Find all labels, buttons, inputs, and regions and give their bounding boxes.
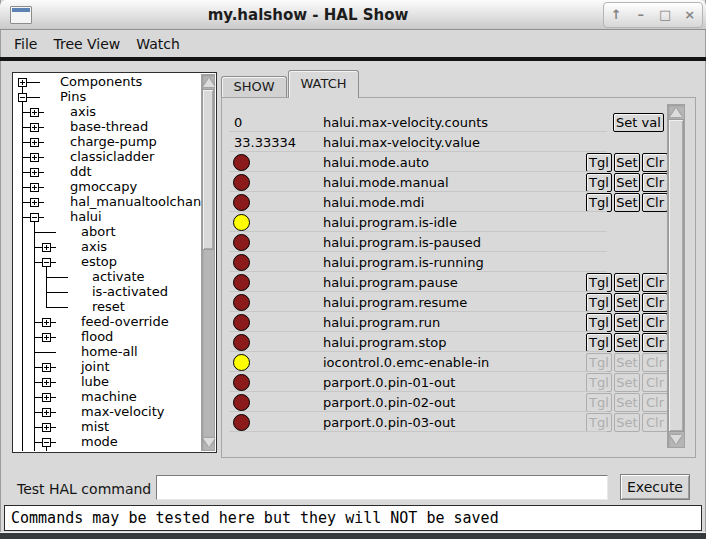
tree-scrollbar[interactable] bbox=[201, 74, 215, 451]
expander-minus-icon[interactable] bbox=[18, 93, 27, 102]
expander-plus-icon[interactable] bbox=[18, 78, 27, 87]
tree-item[interactable]: charge-pump bbox=[70, 134, 157, 149]
led-red-icon bbox=[233, 154, 250, 171]
tree-item[interactable]: halui bbox=[70, 209, 102, 224]
set-button[interactable]: Set bbox=[614, 333, 640, 352]
expander-plus-icon[interactable] bbox=[42, 408, 51, 417]
expander-plus-icon[interactable] bbox=[30, 198, 39, 207]
maximize-button[interactable]: □ bbox=[654, 3, 676, 27]
expander-plus-icon[interactable] bbox=[30, 108, 39, 117]
tree-item[interactable]: flood bbox=[81, 329, 113, 344]
clr-button[interactable]: Clr bbox=[642, 313, 668, 332]
tree-item[interactable]: axis bbox=[70, 104, 96, 119]
tgl-button[interactable]: Tgl bbox=[586, 153, 612, 172]
tree-item[interactable]: machine bbox=[81, 389, 137, 404]
watch-scrollbar-thumb[interactable] bbox=[668, 119, 684, 432]
tree-item[interactable]: axis bbox=[81, 239, 107, 254]
tgl-button[interactable]: Tgl bbox=[586, 313, 612, 332]
menu-watch[interactable]: Watch bbox=[136, 36, 180, 52]
expander-plus-icon[interactable] bbox=[42, 423, 51, 432]
expander-plus-icon[interactable] bbox=[30, 153, 39, 162]
tree-item[interactable]: lube bbox=[81, 374, 109, 389]
set-button[interactable]: Set bbox=[614, 193, 640, 212]
tree-item[interactable]: Pins bbox=[60, 89, 86, 104]
expander-minus-icon[interactable] bbox=[42, 438, 51, 447]
tree-item[interactable]: home-all bbox=[81, 344, 138, 359]
expander-plus-icon[interactable] bbox=[42, 333, 51, 342]
set-button[interactable]: Set bbox=[614, 273, 640, 292]
expander-plus-icon[interactable] bbox=[30, 123, 39, 132]
close-button[interactable]: × bbox=[679, 3, 701, 27]
expander-plus-icon[interactable] bbox=[30, 183, 39, 192]
scroll-down-icon[interactable] bbox=[670, 435, 682, 444]
row-separator bbox=[229, 251, 607, 252]
tree-item[interactable]: Components bbox=[60, 74, 142, 89]
menu-file[interactable]: File bbox=[14, 36, 37, 52]
tree-item[interactable]: mode bbox=[81, 434, 118, 449]
scroll-up-icon[interactable] bbox=[203, 78, 215, 87]
row-separator bbox=[229, 231, 607, 232]
command-input[interactable] bbox=[156, 475, 608, 500]
expander-minus-icon[interactable] bbox=[42, 258, 51, 267]
tree-item[interactable]: ddt bbox=[70, 164, 92, 179]
clr-button: Clr bbox=[642, 373, 668, 392]
set-button[interactable]: Set bbox=[614, 153, 640, 172]
expander-plus-icon[interactable] bbox=[30, 138, 39, 147]
tree-item[interactable]: estop bbox=[81, 254, 117, 269]
tree-item[interactable]: is-activated bbox=[92, 284, 168, 299]
clr-button[interactable]: Clr bbox=[642, 153, 668, 172]
watch-pin-name: parport.0.pin-01-out bbox=[323, 375, 455, 390]
tree-item[interactable]: feed-override bbox=[81, 314, 169, 329]
tab-show[interactable]: SHOW bbox=[221, 76, 287, 97]
led-red-icon bbox=[233, 174, 250, 191]
watch-scrollbar[interactable] bbox=[667, 104, 685, 448]
expander-plus-icon[interactable] bbox=[42, 243, 51, 252]
watch-pin-name: halui.max-velocity.counts bbox=[323, 115, 488, 130]
tree-item[interactable]: base-thread bbox=[70, 119, 148, 134]
set-val-button[interactable]: Set val bbox=[613, 113, 664, 132]
watch-pin-name: iocontrol.0.emc-enable-in bbox=[323, 355, 489, 370]
clr-button[interactable]: Clr bbox=[642, 333, 668, 352]
tgl-button[interactable]: Tgl bbox=[586, 333, 612, 352]
tree-item[interactable]: reset bbox=[92, 299, 125, 314]
tree-item[interactable]: hal_manualtoolchan bbox=[70, 194, 201, 209]
menu-tree-view[interactable]: Tree View bbox=[53, 36, 120, 52]
minimize-button[interactable]: – bbox=[630, 3, 652, 27]
expander-minus-icon[interactable] bbox=[30, 213, 39, 222]
set-button[interactable]: Set bbox=[614, 173, 640, 192]
tgl-button[interactable]: Tgl bbox=[586, 293, 612, 312]
execute-button[interactable]: Execute bbox=[620, 474, 690, 500]
tree-branch-line bbox=[46, 292, 68, 293]
expander-plus-icon[interactable] bbox=[42, 393, 51, 402]
set-button[interactable]: Set bbox=[614, 313, 640, 332]
titlebar[interactable]: my.halshow - HAL Show ↑ – □ × bbox=[0, 0, 706, 30]
tree-item[interactable]: classicladder bbox=[70, 149, 154, 164]
expander-plus-icon[interactable] bbox=[42, 318, 51, 327]
expander-plus-icon[interactable] bbox=[42, 378, 51, 387]
clr-button[interactable]: Clr bbox=[642, 193, 668, 212]
tree-scrollbar-thumb[interactable] bbox=[202, 89, 214, 250]
tree-item[interactable]: abort bbox=[81, 224, 116, 239]
tree-item[interactable]: gmoccapy bbox=[70, 179, 137, 194]
tgl-button[interactable]: Tgl bbox=[586, 173, 612, 192]
scroll-down-icon[interactable] bbox=[203, 438, 215, 447]
set-button[interactable]: Set bbox=[614, 293, 640, 312]
shade-button[interactable]: ↑ bbox=[605, 3, 627, 27]
scroll-up-icon[interactable] bbox=[670, 108, 682, 117]
clr-button[interactable]: Clr bbox=[642, 293, 668, 312]
tree-item[interactable]: max-velocity bbox=[81, 404, 164, 419]
tgl-button: Tgl bbox=[586, 373, 612, 392]
tgl-button[interactable]: Tgl bbox=[586, 273, 612, 292]
clr-button[interactable]: Clr bbox=[642, 273, 668, 292]
led-red-icon bbox=[233, 314, 250, 331]
watch-row: halui.program.stopTglSetClr bbox=[222, 333, 695, 353]
expander-plus-icon[interactable] bbox=[30, 168, 39, 177]
clr-button[interactable]: Clr bbox=[642, 173, 668, 192]
expander-plus-icon[interactable] bbox=[42, 363, 51, 372]
tree-item[interactable]: activate bbox=[92, 269, 145, 284]
tgl-button: Tgl bbox=[586, 413, 612, 432]
tree-item[interactable]: joint bbox=[81, 359, 110, 374]
tree-item[interactable]: mist bbox=[81, 419, 109, 434]
tgl-button[interactable]: Tgl bbox=[586, 193, 612, 212]
tab-watch[interactable]: WATCH bbox=[288, 70, 359, 98]
